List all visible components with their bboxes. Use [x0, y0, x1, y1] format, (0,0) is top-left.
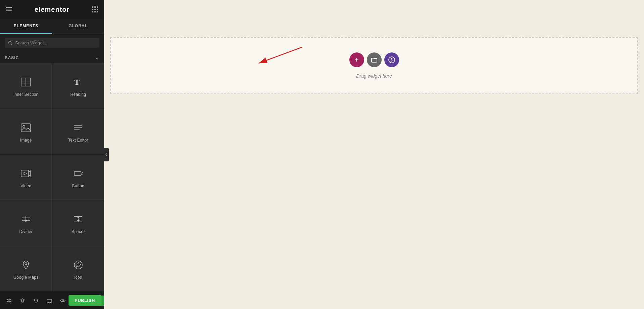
widget-grid: Inner Section T Heading Image	[0, 63, 104, 292]
widget-divider-label: Divider	[19, 229, 33, 234]
tab-global[interactable]: GLOBAL	[52, 19, 104, 34]
spacer-icon	[73, 214, 84, 226]
history-icon[interactable]	[30, 295, 42, 306]
widget-image[interactable]: Image	[0, 109, 52, 154]
sidebar: elementor ELEMENTS GLOBAL BASIC ⌄	[0, 0, 104, 309]
section-header: BASIC ⌄	[0, 52, 104, 63]
tab-elements[interactable]: ELEMENTS	[0, 19, 52, 34]
widget-text-editor-label: Text Editor	[68, 138, 88, 143]
widget-button[interactable]: Button	[52, 155, 104, 200]
svg-rect-19	[74, 171, 81, 176]
svg-point-40	[62, 300, 63, 301]
footer-icons	[3, 295, 69, 306]
svg-line-20	[82, 172, 83, 173]
search-box	[5, 38, 99, 48]
svg-rect-17	[21, 170, 29, 177]
add-section-button[interactable]: +	[349, 52, 364, 67]
svg-marker-18	[24, 172, 27, 175]
widget-image-label: Image	[20, 138, 32, 143]
svg-text:T: T	[74, 78, 80, 86]
widget-inner-section-label: Inner Section	[13, 92, 39, 97]
widget-google-maps[interactable]: Google Maps	[0, 246, 52, 292]
video-icon	[20, 168, 31, 180]
widget-text-editor[interactable]: Text Editor	[52, 109, 104, 154]
svg-point-42	[389, 57, 395, 63]
widget-video-label: Video	[20, 184, 31, 188]
widget-spacer[interactable]: Spacer	[52, 200, 104, 246]
drag-hint: Drag widget here	[356, 73, 392, 79]
sidebar-header: elementor	[0, 0, 104, 19]
widget-heading-label: Heading	[70, 92, 86, 97]
add-template-button[interactable]	[367, 52, 382, 67]
svg-point-35	[8, 300, 10, 301]
sidebar-tabs: ELEMENTS GLOBAL	[0, 19, 104, 34]
search-container	[0, 34, 104, 52]
widget-spacer-label: Spacer	[72, 229, 85, 234]
section-label: BASIC	[5, 55, 19, 60]
inner-section-icon	[20, 77, 31, 89]
button-icon	[73, 168, 84, 180]
main-canvas: + Drag widget here	[104, 0, 644, 309]
svg-rect-37	[47, 299, 52, 302]
add-widget-button[interactable]	[384, 52, 399, 67]
hamburger-icon[interactable]	[6, 6, 12, 13]
eye-icon[interactable]	[57, 295, 69, 306]
svg-point-32	[25, 263, 27, 265]
svg-marker-36	[20, 299, 25, 301]
drop-zone[interactable]: + Drag widget here	[110, 37, 638, 94]
svg-point-13	[23, 125, 25, 127]
responsive-icon[interactable]	[44, 295, 55, 306]
widget-inner-section[interactable]: Inner Section	[0, 63, 52, 109]
svg-marker-34	[76, 262, 81, 267]
collapse-panel-handle[interactable]	[104, 148, 109, 161]
search-icon	[8, 41, 12, 45]
fab-row: +	[349, 52, 399, 67]
widget-divider[interactable]: Divider	[0, 200, 52, 246]
widget-button-label: Button	[72, 184, 85, 188]
widget-google-maps-label: Google Maps	[13, 275, 39, 280]
svg-point-43	[391, 59, 392, 60]
elementor-logo: elementor	[35, 6, 70, 13]
svg-point-3	[8, 41, 11, 44]
image-icon	[20, 122, 31, 134]
widget-video[interactable]: Video	[0, 155, 52, 200]
text-editor-icon	[73, 122, 84, 134]
svg-rect-12	[21, 124, 31, 132]
heading-icon: T	[73, 77, 84, 89]
widget-icon[interactable]: Icon	[52, 246, 104, 292]
settings-icon[interactable]	[3, 295, 15, 306]
widget-heading[interactable]: T Heading	[52, 63, 104, 109]
sidebar-footer: PUBLISH ▲	[0, 292, 104, 309]
icon-icon	[73, 260, 84, 272]
svg-marker-25	[25, 220, 27, 222]
layers-icon[interactable]	[17, 295, 28, 306]
google-maps-icon	[20, 260, 31, 272]
search-input[interactable]	[15, 40, 96, 45]
grid-icon[interactable]	[92, 6, 98, 12]
chevron-down-icon[interactable]: ⌄	[95, 55, 99, 61]
publish-button[interactable]: PUBLISH	[69, 295, 101, 306]
svg-line-4	[11, 44, 12, 45]
divider-icon	[20, 214, 31, 226]
widget-icon-label: Icon	[74, 275, 82, 280]
